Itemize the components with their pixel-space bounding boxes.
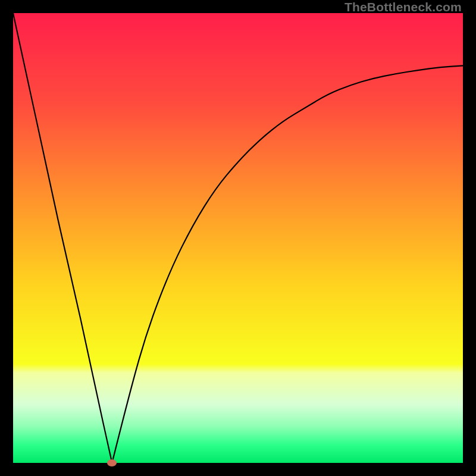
optimal-point-marker <box>107 459 117 466</box>
curve-layer <box>13 13 463 463</box>
plot-frame <box>13 13 463 463</box>
bottleneck-curve <box>13 13 463 463</box>
watermark-text: TheBottleneck.com <box>345 0 462 14</box>
